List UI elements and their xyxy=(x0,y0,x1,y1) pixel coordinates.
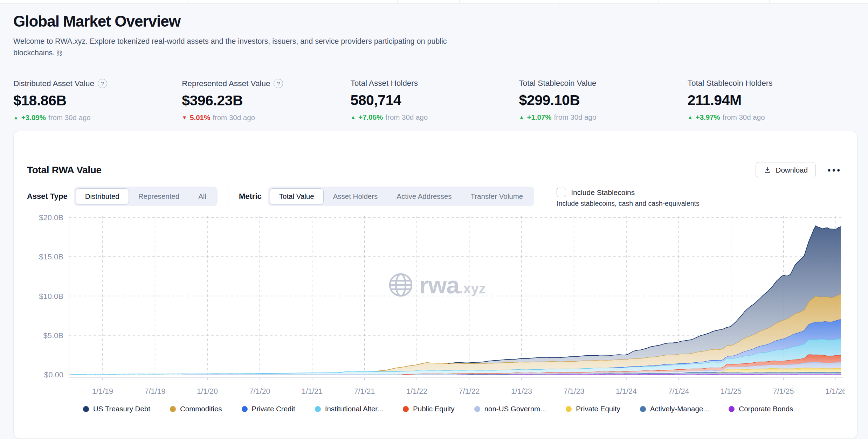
stacked-area-chart-canvas[interactable]: $20.0B$15.0B$10.0B$5.0B$0.001/1/197/1/19… xyxy=(27,208,845,398)
controls-divider xyxy=(228,187,228,207)
stat-value: $396.23B xyxy=(182,92,350,109)
asset-type-option-distributed[interactable]: Distributed xyxy=(76,188,129,204)
asset-type-group: Asset Type DistributedRepresentedAll xyxy=(27,187,218,206)
include-stablecoins-description: Include stablecoins, cash and cash-equiv… xyxy=(557,200,700,208)
legend-item-non-us-governm[interactable]: non-US Governm... xyxy=(474,405,546,413)
y-axis-label: $5.0B xyxy=(43,331,64,340)
stats-row: Distributed Asset Value ? $18.86B ▲+3.09… xyxy=(13,79,856,122)
download-button[interactable]: Download xyxy=(756,162,816,178)
legend-label: Corporate Bonds xyxy=(739,405,793,413)
stat-label: Total Asset Holders xyxy=(350,79,418,88)
stat-card-distributed-asset-value: Distributed Asset Value ? $18.86B ▲+3.09… xyxy=(13,79,182,122)
x-axis-label: 7/1/21 xyxy=(354,387,375,396)
y-axis-label: $20.0B xyxy=(39,213,63,222)
trend-arrow-icon: ▲ xyxy=(350,114,356,120)
legend-dot xyxy=(242,406,248,412)
legend-label: non-US Governm... xyxy=(484,405,546,413)
legend-item-institutional-alter[interactable]: Institutional Alter... xyxy=(315,405,383,413)
help-icon[interactable]: ? xyxy=(98,79,107,88)
metric-label: Metric xyxy=(239,192,262,201)
asset-type-label: Asset Type xyxy=(27,192,68,201)
legend-label: Private Equity xyxy=(576,405,620,413)
chain-icon: ⛓ xyxy=(56,50,62,57)
x-axis-label: 1/1/23 xyxy=(511,387,532,396)
legend-dot xyxy=(640,406,646,412)
total-rwa-value-card: Total RWA Value Download ••• Asset Type … xyxy=(13,131,857,438)
include-stablecoins-label: Include Stablecoins xyxy=(571,188,635,197)
trend-arrow-icon: ▼ xyxy=(182,114,187,120)
chart-title: Total RWA Value xyxy=(27,165,102,176)
chart-legend: US Treasury DebtCommoditiesPrivate Credi… xyxy=(83,405,850,413)
legend-item-commodities[interactable]: Commodities xyxy=(170,405,222,413)
legend-item-actively-manage[interactable]: Actively-Manage... xyxy=(640,405,709,413)
legend-label: Institutional Alter... xyxy=(325,405,383,413)
ellipsis-icon: ••• xyxy=(828,165,842,175)
more-options-button[interactable]: ••• xyxy=(826,165,844,175)
x-axis-label: 7/1/23 xyxy=(564,387,585,396)
legend-item-public-equity[interactable]: Public Equity xyxy=(403,405,455,413)
legend-item-private-equity[interactable]: Private Equity xyxy=(566,405,620,413)
x-axis-label: 7/1/22 xyxy=(459,387,480,396)
page-subtitle-text: Welcome to RWA.xyz. Explore tokenized re… xyxy=(13,37,447,57)
page-subtitle: Welcome to RWA.xyz. Explore tokenized re… xyxy=(13,36,460,59)
trend-arrow-icon: ▲ xyxy=(13,114,19,120)
stat-card-total-stablecoin-holders: Total Stablecoin Holders ? 211.94M ▲+3.9… xyxy=(688,79,856,122)
metric-option-total-value[interactable]: Total Value xyxy=(270,188,324,204)
legend-item-private-credit[interactable]: Private Credit xyxy=(242,405,295,413)
x-axis-label: 1/1/24 xyxy=(616,387,637,396)
stat-label: Represented Asset Value xyxy=(182,79,270,88)
x-axis-label: 1/1/22 xyxy=(406,387,427,396)
stat-label: Distributed Asset Value xyxy=(13,79,94,88)
include-stablecoins-group: Include Stablecoins Include stablecoins,… xyxy=(557,187,700,208)
legend-label: Actively-Manage... xyxy=(650,405,709,413)
asset-type-segmented-control: DistributedRepresentedAll xyxy=(74,187,218,206)
chart-area: $20.0B$15.0B$10.0B$5.0B$0.001/1/197/1/19… xyxy=(27,208,844,398)
legend-dot xyxy=(315,406,321,412)
metric-group: Metric Total ValueAsset HoldersActive Ad… xyxy=(239,187,534,206)
metric-segmented-control: Total ValueAsset HoldersActive Addresses… xyxy=(268,187,534,206)
stat-card-represented-asset-value: Represented Asset Value ? $396.23B ▼5.01… xyxy=(182,79,350,122)
legend-dot xyxy=(83,406,89,412)
x-axis-label: 1/1/20 xyxy=(197,387,218,396)
page-title: Global Market Overview xyxy=(13,13,855,30)
legend-item-corporate-bonds[interactable]: Corporate Bonds xyxy=(729,405,793,413)
x-axis-label: 7/1/19 xyxy=(145,387,166,396)
legend-label: Private Credit xyxy=(252,405,295,413)
stat-delta: ▲+7.05%from 30d ago xyxy=(350,113,519,121)
metric-option-transfer-volume[interactable]: Transfer Volume xyxy=(461,188,533,204)
stat-value: 211.94M xyxy=(688,92,856,109)
y-axis-label: $10.0B xyxy=(39,292,63,301)
stat-value: 580,714 xyxy=(350,92,519,109)
download-label: Download xyxy=(776,166,808,174)
x-axis-label: 7/1/25 xyxy=(773,387,794,396)
legend-dot xyxy=(729,406,735,412)
y-axis-label: $15.0B xyxy=(39,252,63,261)
stat-value: $299.10B xyxy=(519,92,688,109)
legend-label: US Treasury Debt xyxy=(93,405,150,413)
legend-dot xyxy=(170,406,176,412)
x-axis-label: 7/1/20 xyxy=(249,387,270,396)
help-icon[interactable]: ? xyxy=(274,79,283,88)
legend-label: Public Equity xyxy=(413,405,455,413)
asset-type-option-represented[interactable]: Represented xyxy=(129,188,189,204)
trend-arrow-icon: ▲ xyxy=(519,114,524,120)
download-icon xyxy=(764,166,771,174)
metric-option-asset-holders[interactable]: Asset Holders xyxy=(324,188,387,204)
legend-dot xyxy=(474,406,480,412)
chart-controls: Asset Type DistributedRepresentedAll Met… xyxy=(27,187,844,208)
legend-dot xyxy=(403,406,409,412)
include-stablecoins-checkbox[interactable] xyxy=(557,188,566,197)
legend-item-us-treasury-debt[interactable]: US Treasury Debt xyxy=(83,405,150,413)
x-axis-label: 7/1/24 xyxy=(668,387,689,396)
stat-delta: ▼5.01%from 30d ago xyxy=(182,113,350,122)
x-axis-label: 1/1/21 xyxy=(302,387,323,396)
y-axis-label: $0.00 xyxy=(44,370,63,379)
metric-option-active-addresses[interactable]: Active Addresses xyxy=(387,188,461,204)
legend-dot xyxy=(566,406,572,412)
asset-type-option-all[interactable]: All xyxy=(189,188,216,204)
x-axis-label: 1/1/19 xyxy=(92,387,113,396)
global-market-overview-page: Global Market Overview Welcome to RWA.xy… xyxy=(0,4,868,438)
x-axis-label: 1/1/26 xyxy=(825,387,845,396)
stat-delta: ▲+3.09%from 30d ago xyxy=(13,113,182,122)
stat-card-total-asset-holders: Total Asset Holders ? 580,714 ▲+7.05%fro… xyxy=(350,79,519,122)
